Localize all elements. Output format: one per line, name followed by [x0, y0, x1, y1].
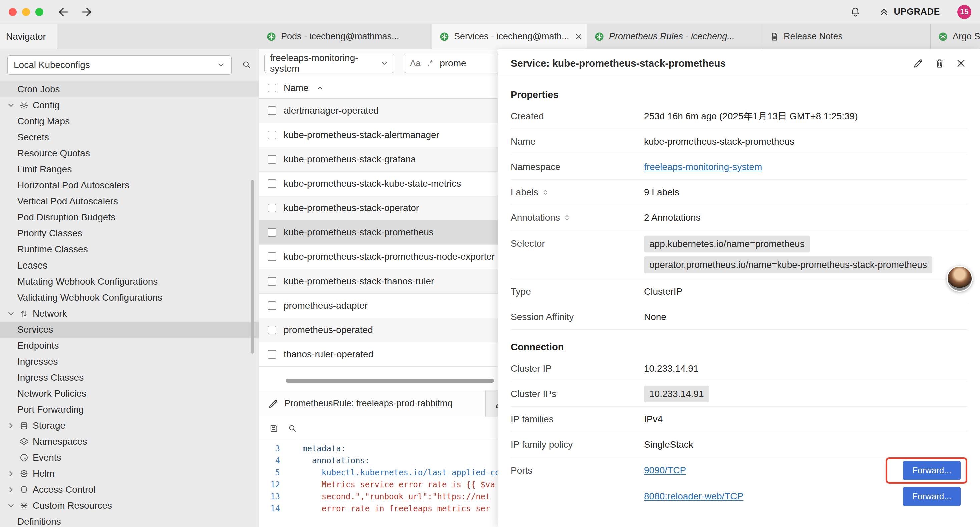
tab-release-notes[interactable]: Release Notes — [762, 24, 931, 49]
edit-icon[interactable] — [913, 58, 924, 69]
row-checkbox[interactable] — [267, 107, 276, 115]
sidebar-item-access-control[interactable]: Access Control — [0, 482, 259, 498]
close-tab-icon[interactable] — [574, 32, 584, 41]
notification-count-badge[interactable]: 15 — [957, 5, 971, 19]
sidebar-item-network-policies[interactable]: Network Policies — [0, 385, 259, 401]
trash-icon[interactable] — [934, 58, 945, 69]
sidebar-item-vertical-pod-autoscalers[interactable]: Vertical Pod Autoscalers — [0, 193, 259, 209]
upgrade-chevrons-icon — [878, 6, 889, 18]
sidebar-item-storage[interactable]: Storage — [0, 417, 259, 434]
gear-icon — [19, 101, 29, 110]
search-icon[interactable] — [288, 424, 297, 433]
row-checkbox[interactable] — [267, 155, 276, 164]
row-checkbox[interactable] — [267, 277, 276, 285]
kubeconfig-selector[interactable]: Local Kubeconfigs — [7, 56, 232, 75]
sidebar-item-namespaces[interactable]: Namespaces — [0, 434, 259, 450]
sidebar-item-definitions[interactable]: Definitions — [0, 514, 259, 527]
row-checkbox[interactable] — [267, 228, 276, 237]
tab-label: Release Notes — [784, 31, 843, 42]
sidebar-item-pod-disruption-budgets[interactable]: Pod Disruption Budgets — [0, 209, 259, 226]
row-checkbox[interactable] — [267, 204, 276, 212]
namespace-filter-select[interactable]: freeleaps-monitoring-system — [264, 54, 394, 73]
line-number: 5 — [259, 468, 284, 477]
detail-row-namespace: Namespace freeleaps-monitoring-system — [511, 154, 967, 180]
name-column-header[interactable]: Name — [283, 83, 309, 93]
labels-count[interactable]: 9 Labels — [644, 187, 679, 198]
sidebar-item-endpoints[interactable]: Endpoints — [0, 338, 259, 353]
sidebar-item-port-forwarding[interactable]: Port Forwarding — [0, 401, 259, 417]
minimize-window-button[interactable] — [22, 8, 30, 16]
tab-services[interactable]: Services - icecheng@math... — [432, 24, 587, 49]
sidebar-item-helm[interactable]: Helm — [0, 466, 259, 482]
shield-icon — [19, 485, 29, 494]
navigator-panel-tab[interactable]: Navigator — [0, 24, 57, 49]
kubernetes-icon — [938, 32, 948, 42]
sidebar-item-ingresses[interactable]: Ingresses — [0, 353, 259, 369]
sidebar-item-horizontal-pod-autoscalers[interactable]: Horizontal Pod Autoscalers — [0, 177, 259, 193]
forward-button[interactable]: Forward... — [903, 461, 961, 480]
sidebar-item-runtime-classes[interactable]: Runtime Classes — [0, 242, 259, 258]
back-arrow-icon[interactable] — [57, 6, 70, 18]
forward-button[interactable]: Forward... — [903, 487, 961, 506]
sidebar-item-network[interactable]: Network — [0, 306, 259, 322]
sidebar-item-mutating-webhook-configurations[interactable]: Mutating Webhook Configurations — [0, 274, 259, 290]
helm-wheel-icon — [19, 469, 29, 478]
window-titlebar: UPGRADE 15 — [0, 0, 980, 24]
horizontal-scrollbar[interactable] — [286, 379, 494, 382]
select-all-checkbox[interactable] — [267, 84, 276, 92]
forward-arrow-icon[interactable] — [80, 6, 93, 18]
sidebar-item-secrets[interactable]: Secrets — [0, 129, 259, 145]
annotations-count[interactable]: 2 Annotations — [644, 212, 701, 223]
tab-pods[interactable]: Pods - icecheng@mathmas... — [259, 24, 432, 49]
tab-argo[interactable]: Argo S — [931, 24, 980, 49]
maximize-window-button[interactable] — [35, 8, 43, 16]
port-link-8080[interactable]: 8080:reloader-web/TCP — [644, 491, 743, 502]
row-checkbox[interactable] — [267, 326, 276, 334]
line-number: 12 — [259, 480, 284, 489]
match-case-icon[interactable]: Aa — [410, 58, 421, 68]
sidebar-item-resource-quotas[interactable]: Resource Quotas — [0, 145, 259, 161]
sidebar-item-ingress-classes[interactable]: Ingress Classes — [0, 369, 259, 385]
save-icon[interactable] — [269, 424, 278, 433]
properties-section-heading: Properties — [511, 89, 967, 100]
sidebar-item-limit-ranges[interactable]: Limit Ranges — [0, 161, 259, 177]
namespace-link[interactable]: freeleaps-monitoring-system — [644, 162, 762, 172]
search-icon[interactable] — [242, 60, 251, 69]
sidebar-item-config[interactable]: Config — [0, 97, 259, 113]
detail-row-ip-families: IP families IPv4 — [511, 407, 967, 432]
chevron-down-icon — [7, 101, 15, 110]
detail-row-cluster-ips: Cluster IPs 10.233.14.91 — [511, 381, 967, 407]
upgrade-button[interactable]: UPGRADE — [878, 6, 940, 18]
layers-icon — [19, 437, 29, 446]
tab-label: Pods - icecheng@mathmas... — [281, 31, 399, 42]
row-checkbox[interactable] — [267, 131, 276, 139]
editor-tab-prometheusrule[interactable]: PrometheusRule: freeleaps-prod-rabbitmq — [259, 390, 486, 417]
sidebar-item-events[interactable]: Events — [0, 450, 259, 466]
row-checkbox[interactable] — [267, 253, 276, 261]
row-checkbox[interactable] — [267, 180, 276, 188]
sidebar-item-cron-jobs[interactable]: Cron Jobs — [0, 81, 259, 97]
created-value: 253d 16h 6m ago (2025年1月13日 GMT+8 1:25:3… — [644, 110, 858, 123]
close-window-button[interactable] — [9, 8, 17, 16]
close-icon[interactable] — [955, 58, 967, 69]
editor-tab-label: PrometheusRule: freeleaps-prod-rabbitmq — [284, 398, 452, 409]
notification-bell-icon[interactable] — [850, 6, 861, 18]
cluster-ip-value: 10.233.14.91 — [644, 363, 699, 374]
sidebar-item-leases[interactable]: Leases — [0, 258, 259, 274]
row-checkbox[interactable] — [267, 301, 276, 310]
sidebar-scrollbar[interactable] — [250, 180, 254, 353]
tab-prometheus-rules[interactable]: Prometheus Rules - icecheng... — [587, 24, 762, 49]
detail-row-name: Name kube-prometheus-stack-prometheus — [511, 129, 967, 154]
port-link-9090[interactable]: 9090/TCP — [644, 465, 686, 476]
avatar[interactable] — [947, 266, 973, 291]
sidebar-item-priority-classes[interactable]: Priority Classes — [0, 226, 259, 242]
sidebar-item-custom-resources[interactable]: Custom Resources — [0, 498, 259, 514]
sidebar-item-validating-webhook-configurations[interactable]: Validating Webhook Configurations — [0, 290, 259, 306]
sort-ascending-icon[interactable] — [316, 84, 324, 92]
sidebar-item-config-maps[interactable]: Config Maps — [0, 113, 259, 129]
unfold-icon[interactable] — [541, 188, 550, 197]
row-checkbox[interactable] — [267, 350, 276, 358]
sidebar-item-services[interactable]: Services — [0, 322, 259, 338]
regex-icon[interactable]: .* — [427, 58, 433, 68]
unfold-icon[interactable] — [563, 213, 571, 222]
